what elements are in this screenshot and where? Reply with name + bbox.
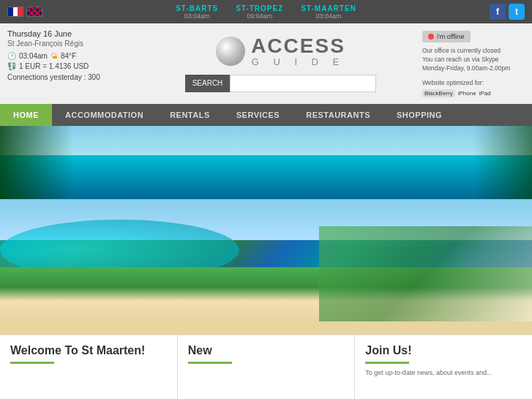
twitter-button[interactable]: t: [509, 4, 525, 20]
nav-services[interactable]: SERVICES: [223, 104, 293, 126]
offline-dot: [428, 34, 434, 40]
flag-english[interactable]: [26, 7, 42, 17]
device-icons: BlackBerry iPhone iPad: [422, 89, 525, 97]
welcome-title: Welcome To St Maarten!: [10, 344, 167, 357]
new-title: New: [188, 344, 345, 357]
top-bar: ST-BARTS 03:04am ST-TROPEZ 09:04am ST-MA…: [0, 0, 532, 23]
dest-st-barts[interactable]: ST-BARTS 03:04am: [176, 4, 218, 20]
nav: HOME ACCOMMODATION RENTALS SERVICES REST…: [0, 104, 532, 126]
nav-restaurants[interactable]: RESTAURANTS: [293, 104, 383, 126]
search-input[interactable]: [230, 75, 376, 92]
logo-access: ACCESS: [251, 36, 345, 56]
nav-home[interactable]: HOME: [0, 104, 52, 126]
dest-st-maarten[interactable]: ST-MAARTEN 03:04am: [301, 4, 356, 20]
welcome-section: Welcome To St Maarten!: [0, 335, 178, 399]
bottom-section: Welcome To St Maarten! New Join Us! To g…: [0, 335, 532, 399]
offline-button[interactable]: i'm offline: [422, 31, 471, 42]
weather-value: 84°F: [61, 52, 76, 60]
destinations: ST-BARTS 03:04am ST-TROPEZ 09:04am ST-MA…: [176, 4, 356, 20]
nav-shopping[interactable]: SHOPPING: [383, 104, 455, 126]
logo-text: ACCESS G U I D E: [251, 36, 345, 67]
ipad-icon: iPad: [479, 90, 491, 97]
currency-icon: 💱: [7, 62, 16, 70]
currency-value: 1 EUR = 1.4136 USD: [19, 62, 89, 70]
header-center: ACCESS G U I D E SEARCH: [146, 23, 415, 104]
hero-image: [0, 199, 532, 335]
time-row: 🕐 03:04am 🌤 84°F: [7, 52, 139, 60]
banner-sky: [0, 126, 532, 155]
new-section: New: [178, 335, 356, 399]
logo-guide: G U I D E: [251, 56, 345, 67]
blackberry-icon: BlackBerry: [422, 89, 455, 97]
optimized-label: Website optimized for:: [422, 79, 525, 86]
banner-palms-left: [0, 126, 73, 199]
time-value: 03:04am: [19, 52, 48, 60]
logo-sphere: [216, 37, 245, 66]
welcome-bar: [10, 362, 54, 364]
join-text: To get up-to-date news, about events and…: [365, 368, 522, 378]
date-line: Thursday 16 June: [7, 29, 139, 38]
hero-buildings: [319, 226, 532, 321]
search-button[interactable]: SEARCH: [185, 75, 231, 92]
search-bar: SEARCH: [185, 75, 377, 92]
flags: [7, 7, 42, 17]
offline-label: i'm offline: [437, 33, 465, 40]
connections-line: Connections yesterday : 300: [7, 73, 139, 81]
join-section: Join Us! To get up-to-date news, about e…: [355, 335, 532, 399]
header-left: Thursday 16 June St Jean-François Régis …: [0, 23, 146, 104]
facebook-button[interactable]: f: [490, 4, 506, 20]
banner-sea: [0, 155, 532, 199]
iphone-icon: iPhone: [458, 90, 476, 97]
join-title: Join Us!: [365, 344, 522, 357]
new-bar: [188, 362, 232, 364]
offline-text: Our office is currently closedYou can re…: [422, 47, 525, 73]
dest-st-tropez[interactable]: ST-TROPEZ 09:04am: [236, 4, 283, 20]
join-bar: [365, 362, 409, 364]
banner: [0, 126, 532, 199]
banner-palms-right: [473, 126, 532, 199]
nav-accommodation[interactable]: ACCOMMODATION: [52, 104, 157, 126]
nav-rentals[interactable]: RENTALS: [157, 104, 223, 126]
currency-row: 💱 1 EUR = 1.4136 USD: [7, 62, 139, 70]
logo-area: ACCESS G U I D E: [216, 36, 345, 67]
clock-icon: 🕐: [7, 52, 16, 60]
social-icons: f t: [490, 4, 525, 20]
owner-line: St Jean-François Régis: [7, 40, 139, 48]
header-right: i'm offline Our office is currently clos…: [415, 23, 532, 104]
header: Thursday 16 June St Jean-François Régis …: [0, 23, 532, 104]
flag-french[interactable]: [7, 7, 23, 17]
weather-icon: 🌤: [50, 52, 58, 60]
